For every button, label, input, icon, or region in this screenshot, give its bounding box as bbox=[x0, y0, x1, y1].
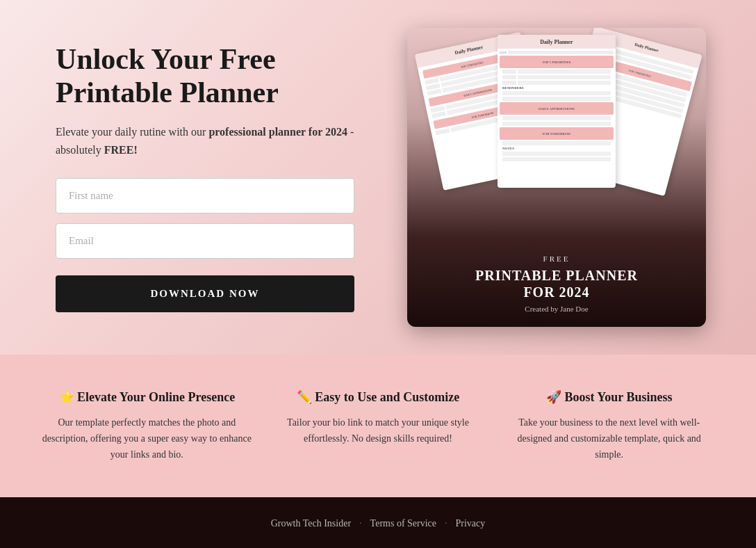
email-field-group bbox=[56, 223, 371, 259]
hero-subtitle: Elevate your daily rutine with our profe… bbox=[56, 123, 371, 159]
footer-link-growth-tech[interactable]: Growth Tech Insider bbox=[271, 518, 351, 529]
feature-item-1: ⭐ Elevate Your Online Presence Our templ… bbox=[42, 389, 252, 462]
hero-left-content: Unlock Your Free Printable Planner Eleva… bbox=[56, 42, 399, 313]
footer-link-privacy[interactable]: Privacy bbox=[456, 518, 486, 529]
feature-desc-2: Tailor your bio link to match your uniqu… bbox=[273, 414, 484, 446]
features-section: ⭐ Elevate Your Online Presence Our templ… bbox=[0, 355, 756, 497]
feature-desc-1: Our template perfectly matches the photo… bbox=[42, 414, 252, 462]
feature-desc-3: Take your business to the next level wit… bbox=[504, 414, 714, 462]
footer-separator-1: · bbox=[359, 518, 362, 529]
planner-page-main: Daily Planner DATE TOP 5 PRIORITIES REMI… bbox=[498, 35, 616, 188]
hero-right-content: Daily Planner TOP 5 PRIORITIES DAILY AFF… bbox=[399, 28, 714, 327]
footer-links: Growth Tech Insider · Terms of Service ·… bbox=[14, 518, 742, 529]
footer-separator-2: · bbox=[445, 518, 447, 529]
feature-item-3: 🚀 Boost Your Business Take your business… bbox=[504, 389, 714, 462]
first-name-field-group bbox=[56, 178, 371, 213]
planner-card: Daily Planner TOP 5 PRIORITIES DAILY AFF… bbox=[407, 28, 706, 327]
hero-title: Unlock Your Free Printable Planner bbox=[56, 42, 371, 110]
email-input[interactable] bbox=[56, 223, 354, 259]
planner-free-label: FREE bbox=[475, 255, 638, 263]
feature-item-2: ✏️ Easy to Use and Customize Tailor your… bbox=[273, 389, 484, 446]
footer-link-terms[interactable]: Terms of Service bbox=[370, 518, 436, 529]
planner-footer: FREE PRINTABLE PLANNER for 2024 Created … bbox=[461, 243, 652, 327]
planner-created-by: Created by Jane Doe bbox=[475, 305, 638, 313]
planner-main-title: PRINTABLE PLANNER for 2024 bbox=[475, 267, 638, 300]
planner-pages: Daily Planner TOP 5 PRIORITIES DAILY AFF… bbox=[407, 28, 706, 243]
first-name-input[interactable] bbox=[56, 178, 354, 213]
download-button[interactable]: DOWNLOAD NOW bbox=[56, 275, 354, 312]
feature-title-3: 🚀 Boost Your Business bbox=[504, 389, 714, 405]
footer: Growth Tech Insider · Terms of Service ·… bbox=[0, 497, 756, 548]
feature-title-2: ✏️ Easy to Use and Customize bbox=[273, 389, 484, 405]
hero-section: Unlock Your Free Printable Planner Eleva… bbox=[0, 0, 756, 355]
feature-title-1: ⭐ Elevate Your Online Presence bbox=[42, 389, 252, 405]
